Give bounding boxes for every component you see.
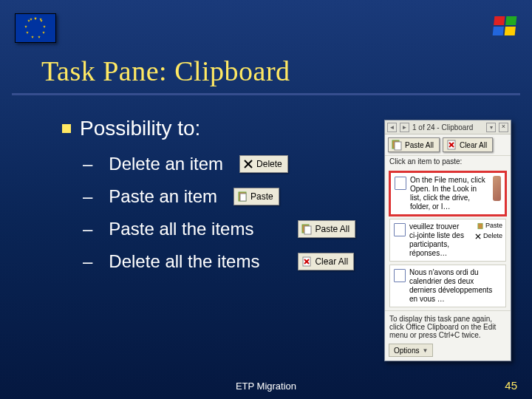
pane-header: ◄ ► 1 of 24 - Clipboard ▾ × [385,120,511,134]
pane-paste-all-button[interactable]: Paste All [388,137,440,152]
options-label: Options [394,347,419,355]
dash-icon: – [83,251,92,272]
clipboard-thumbnail [493,176,501,201]
svg-rect-5 [304,226,311,234]
sub-paste-all: – Paste all the items Paste All [83,219,362,239]
clipboard-x-icon [446,139,457,151]
clipboard-icon [236,191,248,202]
dash-icon: – [83,186,92,207]
pane-clear-all-button[interactable]: Clear All [443,137,493,152]
dropdown-arrow-icon[interactable]: ▾ [486,123,496,132]
paste-all-button[interactable]: Paste All [298,220,355,238]
bullet-square-icon [62,124,71,133]
windows-logo-icon [493,16,517,35]
chevron-down-icon: ▼ [422,347,428,354]
svg-rect-10 [395,142,401,150]
footer-text: ETP Migration [0,381,532,392]
delete-x-icon [474,233,482,240]
document-icon [394,269,406,282]
sub-delete-all-text: Delete all the items [109,251,259,272]
dash-icon: – [83,154,92,174]
clipboard-x-icon [301,256,313,267]
pane-clear-all-label: Clear All [460,141,487,149]
clipboard-icon [477,222,484,230]
dash-icon: – [83,219,92,239]
clipboard-item-1[interactable]: On the File menu, click Open. In the Loo… [389,171,506,216]
page-number: 45 [505,379,517,392]
context-delete[interactable]: Delete [474,232,502,240]
eu-star-ring [26,18,45,38]
delete-x-icon [242,158,254,170]
clipboard-item-2-text: veuillez trouver ci-jointe liste des par… [409,222,468,258]
clipboard-multi-icon [391,139,403,151]
content-area: Possibility to: – Delete an item Delete … [62,117,362,284]
paste-button[interactable]: Paste [233,188,279,205]
sub-delete-item-text: Delete an item [109,154,223,174]
options-button[interactable]: Options ▼ [389,344,433,357]
context-paste[interactable]: Paste [477,222,502,230]
close-icon[interactable]: × [499,123,508,132]
slide-title: Task Pane: Clipboard [41,55,290,87]
clipboard-item-3[interactable]: Nous n'avons ordi du calendrier des deux… [389,265,506,307]
title-underline [12,93,520,95]
pane-paste-all-label: Paste All [405,141,434,149]
svg-rect-14 [478,223,482,229]
paste-all-button-label: Paste All [315,224,349,234]
context-delete-label: Delete [483,232,502,240]
clear-all-button[interactable]: Clear All [298,253,354,270]
sub-paste-item-text: Paste an item [109,186,217,207]
clipboard-task-pane: ◄ ► 1 of 24 - Clipboard ▾ × Paste All Cl… [384,120,511,361]
pane-footer-hint: To display this task pane again, click O… [385,310,511,341]
pane-header-title: 1 of 24 - Clipboard [412,123,483,132]
clipboard-item-3-text: Nous n'avons ordi du calendrier des deux… [409,268,502,304]
sub-delete-all: – Delete all the items Clear All [83,251,362,272]
eu-flag-icon [15,13,56,43]
clipboard-item-2[interactable]: veuillez trouver ci-jointe liste des par… [389,219,506,262]
pane-toolbar: Paste All Clear All [385,134,511,156]
back-arrow-icon[interactable]: ◄ [387,123,397,132]
sub-paste-item: – Paste an item Paste [83,186,362,207]
bullet-main-text: Possibility to: [80,117,200,140]
clipboard-multi-icon [301,223,313,235]
bullet-main: Possibility to: [62,117,362,140]
document-icon [395,177,406,190]
sub-delete-item: – Delete an item Delete [83,154,362,174]
document-icon [394,223,406,236]
pane-hint: Click an item to paste: [385,156,511,168]
clipboard-item-1-text: On the File menu, click Open. In the Loo… [410,176,489,211]
forward-arrow-icon[interactable]: ► [400,123,409,132]
paste-button-label: Paste [250,191,273,202]
delete-button[interactable]: Delete [239,155,288,173]
clear-all-button-label: Clear All [315,256,348,267]
svg-rect-3 [240,194,246,201]
delete-button-label: Delete [256,159,282,169]
sub-paste-all-text: Paste all the items [109,219,253,239]
context-paste-label: Paste [485,222,502,230]
